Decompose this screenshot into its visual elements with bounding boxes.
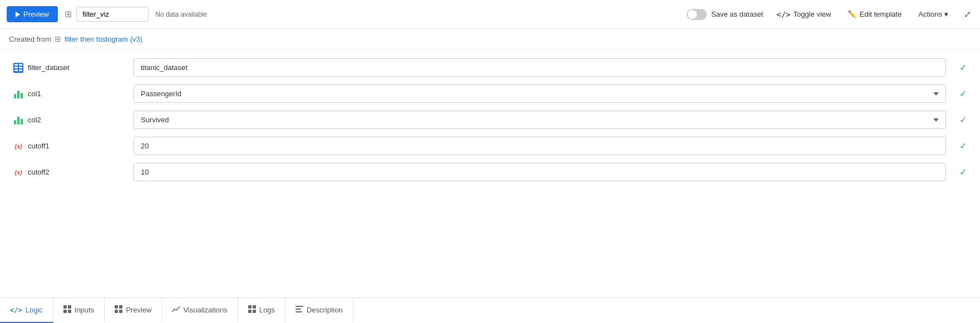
save-dataset-group: Save as dataset bbox=[687, 9, 763, 20]
actions-button[interactable]: Actions ▾ bbox=[915, 8, 952, 21]
svg-rect-3 bbox=[14, 67, 18, 68]
svg-rect-1 bbox=[14, 64, 18, 66]
bar-chart-icon-col2 bbox=[13, 115, 23, 125]
col2-label: col2 bbox=[28, 116, 41, 124]
col2-check-icon: ✓ bbox=[959, 115, 967, 125]
toggle-view-icon: </> bbox=[776, 10, 790, 19]
cutoff2-input[interactable] bbox=[134, 163, 946, 181]
col1-check-icon: ✓ bbox=[959, 88, 967, 99]
play-icon bbox=[16, 12, 20, 17]
edit-template-button[interactable]: ✏️ Edit template bbox=[844, 8, 905, 21]
field-label-col2: col2 bbox=[13, 115, 125, 125]
filter-viz-icon: ⊞ bbox=[65, 9, 72, 19]
form-row-col2: col2 PassengerId Survived Pclass Name Se… bbox=[13, 111, 967, 129]
field-label-cutoff2: (x) cutoff2 bbox=[13, 167, 125, 177]
preview-button[interactable]: Preview bbox=[7, 6, 58, 22]
expand-icon[interactable]: ⤢ bbox=[962, 7, 973, 22]
created-from-bar: Created from ⊞ filter then histogram (v3… bbox=[0, 29, 980, 49]
actions-label: Actions bbox=[918, 10, 942, 18]
cutoff1-label: cutoff1 bbox=[28, 142, 50, 150]
col1-select[interactable]: PassengerId Survived Pclass Name Sex Age bbox=[134, 85, 946, 103]
created-from-prefix: Created from bbox=[9, 35, 51, 43]
col2-select[interactable]: PassengerId Survived Pclass Name Sex Age bbox=[134, 111, 946, 129]
no-data-label: No data available bbox=[155, 11, 207, 18]
save-as-dataset-toggle[interactable] bbox=[687, 9, 707, 20]
toggle-view-label: Toggle view bbox=[794, 10, 831, 18]
form-row-filter-dataset: filter_dataset ✓ bbox=[13, 58, 967, 77]
field-label-col1: col1 bbox=[13, 89, 125, 99]
variable-icon-cutoff1: (x) bbox=[13, 141, 23, 151]
created-from-link[interactable]: filter then histogram (v3) bbox=[65, 35, 142, 43]
edit-template-label: Edit template bbox=[859, 10, 902, 18]
table-icon bbox=[13, 63, 23, 73]
form-row-col1: col1 PassengerId Survived Pclass Name Se… bbox=[13, 85, 967, 103]
svg-rect-4 bbox=[19, 67, 22, 68]
cutoff1-check-icon: ✓ bbox=[959, 141, 967, 151]
cutoff1-input[interactable] bbox=[134, 137, 946, 155]
filter-viz-box: ⊞ bbox=[65, 7, 149, 22]
field-label-cutoff1: (x) cutoff1 bbox=[13, 141, 125, 151]
created-from-template-icon: ⊞ bbox=[55, 34, 61, 43]
filter-dataset-check-icon: ✓ bbox=[959, 62, 967, 73]
toggle-view-button[interactable]: </> Toggle view bbox=[773, 8, 834, 21]
variable-icon-cutoff2: (x) bbox=[13, 167, 23, 177]
svg-rect-5 bbox=[14, 69, 18, 71]
actions-chevron-icon: ▾ bbox=[944, 10, 948, 18]
form-row-cutoff1: (x) cutoff1 ✓ bbox=[13, 137, 967, 155]
field-label-filter-dataset: filter_dataset bbox=[13, 63, 125, 73]
toolbar: Preview ⊞ No data available Save as data… bbox=[0, 0, 980, 29]
created-from-link-text: filter then histogram (v3) bbox=[65, 35, 142, 43]
save-as-dataset-label: Save as dataset bbox=[711, 10, 763, 18]
bar-chart-icon-col1 bbox=[13, 89, 23, 99]
form-row-cutoff2: (x) cutoff2 ✓ bbox=[13, 163, 967, 181]
svg-rect-6 bbox=[19, 69, 22, 71]
preview-label: Preview bbox=[23, 10, 49, 18]
filter-viz-input[interactable] bbox=[76, 7, 149, 22]
cutoff2-label: cutoff2 bbox=[28, 168, 50, 176]
pencil-icon: ✏️ bbox=[848, 10, 856, 18]
filter-dataset-label: filter_dataset bbox=[28, 63, 69, 72]
filter-dataset-input[interactable] bbox=[134, 58, 946, 77]
cutoff2-check-icon: ✓ bbox=[959, 167, 967, 177]
toolbar-right: Save as dataset </> Toggle view ✏️ Edit … bbox=[687, 7, 973, 22]
col1-label: col1 bbox=[28, 90, 41, 98]
svg-rect-2 bbox=[19, 64, 22, 66]
main-form: filter_dataset ✓ col1 PassengerId Surviv… bbox=[0, 49, 980, 190]
